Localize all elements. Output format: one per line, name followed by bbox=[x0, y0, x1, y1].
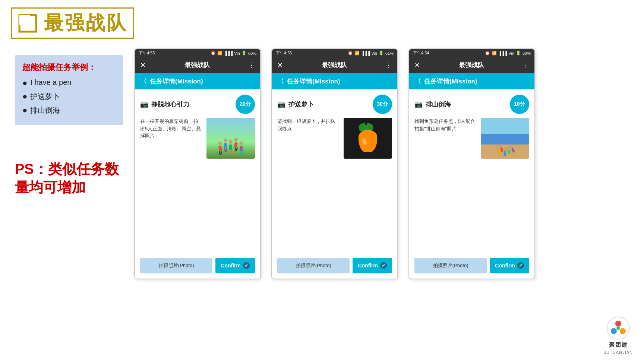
person-3 bbox=[229, 140, 233, 153]
person-2 bbox=[224, 139, 227, 152]
camera-icon-1: 📷 bbox=[140, 100, 148, 108]
mission-desc-2: 请找到一根胡萝卜，并护送回终点 bbox=[277, 118, 340, 132]
body bbox=[218, 146, 222, 151]
wifi-icon: 📶 bbox=[354, 51, 360, 55]
body bbox=[234, 142, 237, 148]
phones-container: 下午4:55 ⏰ 📶 ▐▐▐ Vin 🔋 60% ✕ 最强战队 ⋮ 〈 任务详情… bbox=[134, 48, 535, 279]
mission-content-3: 找到鱼形岛任务点，5人配合拍摄"排山倒海"照片 bbox=[414, 118, 529, 254]
close-button-1[interactable]: ✕ bbox=[140, 61, 146, 69]
phone-body-2: 📷 护送萝卜 30分 请找到一根胡萝卜，并护送回终点 bbox=[272, 89, 397, 279]
confirm-check-icon-1: ✓ bbox=[243, 262, 250, 269]
person-4 bbox=[234, 138, 238, 151]
wifi-icon: 📶 bbox=[492, 51, 497, 55]
close-button-2[interactable]: ✕ bbox=[277, 61, 283, 69]
menu-button-2[interactable]: ⋮ bbox=[385, 61, 392, 69]
legs bbox=[230, 150, 232, 153]
action-buttons-3: 拍摄照片(Photo) Confirm ✓ bbox=[414, 258, 529, 273]
mission-header-1: 任务详情(Mission) bbox=[150, 77, 203, 86]
phone-1: 下午4:55 ⏰ 📶 ▐▐▐ Vin 🔋 60% ✕ 最强战队 ⋮ 〈 任务详情… bbox=[134, 48, 261, 279]
photo-button-3[interactable]: 拍摄照片(Photo) bbox=[414, 258, 487, 273]
signal-icon: ▐▐▐ bbox=[498, 51, 507, 55]
app-title-2: 最强战队 bbox=[322, 61, 347, 69]
confirm-check-icon-3: ✓ bbox=[517, 262, 524, 269]
jumping-image bbox=[206, 118, 255, 159]
back-arrow-1[interactable]: 〈 bbox=[140, 77, 147, 86]
back-arrow-2[interactable]: 〈 bbox=[277, 77, 284, 86]
leg bbox=[229, 150, 231, 153]
photo-button-2[interactable]: 拍摄照片(Photo) bbox=[277, 258, 350, 273]
sub-header-2: 〈 任务详情(Mission) bbox=[272, 73, 397, 89]
status-bar-1: 下午4:55 ⏰ 📶 ▐▐▐ Vin 🔋 60% bbox=[135, 49, 260, 57]
head bbox=[234, 138, 238, 142]
logo-box: 最强战队 bbox=[11, 7, 134, 39]
panel-title: 超能拍摄任务举例： bbox=[22, 62, 116, 73]
svg-point-5 bbox=[620, 328, 626, 334]
carrot-image bbox=[344, 118, 392, 159]
score-badge-3: 10分 bbox=[510, 95, 529, 114]
signal-icon: ▐▐▐ bbox=[224, 51, 233, 55]
head bbox=[218, 142, 222, 145]
app-header-3: ✕ 最强战队 ⋮ bbox=[409, 57, 534, 73]
battery-icon: 🔋 bbox=[379, 51, 384, 55]
beach-person-3 bbox=[503, 148, 507, 156]
mission-title-left-3: 📷 排山倒海 bbox=[414, 100, 451, 109]
leg bbox=[220, 151, 222, 155]
watermark-logo-icon bbox=[606, 316, 630, 340]
head bbox=[224, 139, 227, 142]
back-arrow-3[interactable]: 〈 bbox=[414, 77, 421, 86]
mission-title-3: 排山倒海 bbox=[426, 100, 451, 109]
list-item: ● 排山倒海 bbox=[22, 105, 116, 115]
leg bbox=[225, 148, 227, 152]
legs bbox=[219, 151, 222, 155]
vin-label: Vin bbox=[371, 51, 377, 55]
mission-title-2: 护送萝卜 bbox=[288, 100, 314, 109]
status-bar-3: 下午4:54 ⏰ 📶 ▐▐▐ Vin 🔋 60% bbox=[409, 49, 534, 57]
leg bbox=[236, 147, 238, 151]
mission-header-3: 任务详情(Mission) bbox=[424, 77, 477, 86]
confirm-button-1[interactable]: Confirm ✓ bbox=[215, 258, 255, 273]
svg-point-6 bbox=[616, 326, 620, 330]
menu-button-1[interactable]: ⋮ bbox=[248, 61, 255, 69]
mission-title-left-2: 📷 护送萝卜 bbox=[277, 100, 314, 109]
camera-icon-3: 📷 bbox=[414, 100, 423, 108]
sub-header-1: 〈 任务详情(Mission) bbox=[135, 73, 260, 89]
person-5 bbox=[239, 142, 243, 155]
phone-2: 下午4:56 ⏰ 📶 ▐▐▐ Vin 🔋 61% ✕ 最强战队 ⋮ 〈 任务详情… bbox=[271, 48, 398, 279]
wifi-icon: 📶 bbox=[217, 51, 222, 55]
close-button-3[interactable]: ✕ bbox=[414, 61, 420, 69]
status-time-3: 下午4:54 bbox=[413, 50, 429, 56]
battery-pct-3: 60% bbox=[523, 51, 531, 55]
legs bbox=[224, 148, 227, 152]
battery-pct-1: 60% bbox=[248, 51, 256, 55]
menu-button-3[interactable]: ⋮ bbox=[523, 61, 529, 69]
confirm-button-2[interactable]: Confirm ✓ bbox=[353, 258, 392, 273]
bullet-icon: ● bbox=[22, 105, 27, 115]
photo-button-1[interactable]: 拍摄照片(Photo) bbox=[140, 258, 212, 273]
ps-text: PS：类似任务数量均可增加 bbox=[15, 160, 123, 197]
bp-body bbox=[508, 150, 510, 154]
watermark: 聚团建 JUTUANJIAN bbox=[604, 316, 633, 355]
leg bbox=[231, 150, 232, 153]
header: 最强战队 bbox=[11, 7, 134, 39]
status-time-2: 下午4:56 bbox=[276, 50, 292, 56]
body bbox=[240, 146, 243, 151]
carrot-shape bbox=[357, 124, 379, 152]
mission-desc-3: 找到鱼形岛任务点，5人配合拍摄"排山倒海"照片 bbox=[414, 118, 477, 132]
mission-content-1: 在一棵开裂的板栗树前，拍出5人正面、清晰、腾空、悬浮照片 bbox=[140, 118, 255, 254]
mission-title-row-2: 📷 护送萝卜 30分 bbox=[277, 95, 392, 114]
status-icons-3: ⏰ 📶 ▐▐▐ Vin 🔋 60% bbox=[485, 51, 531, 55]
list-item: ● 护送萝卜 bbox=[22, 92, 116, 102]
score-badge-2: 30分 bbox=[373, 95, 392, 114]
vin-label: Vin bbox=[234, 51, 240, 55]
head bbox=[239, 142, 243, 145]
action-buttons-2: 拍摄照片(Photo) Confirm ✓ bbox=[277, 258, 392, 273]
leg bbox=[241, 151, 243, 155]
mission-image-2 bbox=[344, 118, 392, 159]
bp-head bbox=[503, 148, 507, 151]
confirm-button-3[interactable]: Confirm ✓ bbox=[490, 258, 529, 273]
logo-icon bbox=[18, 13, 38, 34]
status-bar-2: 下午4:56 ⏰ 📶 ▐▐▐ Vin 🔋 61% bbox=[272, 49, 397, 57]
score-badge-1: 20分 bbox=[236, 95, 255, 114]
beach-figures bbox=[496, 144, 514, 156]
list-item: ● I have a pen bbox=[22, 78, 116, 88]
